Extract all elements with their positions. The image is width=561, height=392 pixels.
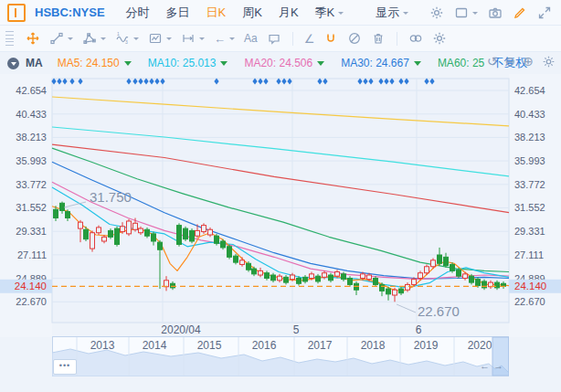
navigator-minimap[interactable]: 20132014201520162017201820192020	[52, 336, 509, 376]
candle-body	[476, 280, 481, 286]
text-tool[interactable]: Aa	[244, 32, 258, 45]
candle-body	[145, 229, 150, 236]
navigator-year-label[interactable]: 2013	[90, 339, 115, 352]
scroll-right-arrow[interactable]: →	[493, 360, 507, 371]
ma20-value[interactable]: MA20: 24.506	[244, 57, 324, 69]
y-tick-right: 33.772	[514, 179, 545, 190]
arrow-left-icon: ←	[214, 32, 226, 46]
candle-body	[450, 264, 455, 270]
main-chart-area[interactable]: 2020/045642.65442.65440.43340.43338.2133…	[0, 74, 561, 337]
chevron-down-icon	[133, 37, 139, 43]
hide-drawings-icon[interactable]	[347, 31, 362, 46]
candle-body	[152, 234, 156, 241]
candle-body	[259, 270, 263, 275]
y-tick-left: 33.772	[16, 179, 47, 190]
tab-monthly-k[interactable]: 月K	[279, 5, 299, 21]
display-menu[interactable]: 显示	[376, 5, 408, 21]
candle-body	[102, 237, 107, 241]
x-axis-label: 5	[293, 323, 300, 336]
y-tick-right: 29.331	[514, 226, 545, 237]
y-tick-left: 29.331	[16, 226, 47, 237]
move-tool-icon[interactable]	[26, 31, 40, 46]
drag-handle-icon[interactable]	[4, 29, 16, 48]
screenshot-camera-icon[interactable]	[488, 5, 503, 20]
chevron-down-icon	[199, 37, 205, 43]
candle-body	[399, 289, 404, 293]
collapse-indicator-icon[interactable]	[7, 58, 19, 69]
measure-icon	[181, 31, 196, 46]
settings-gear-icon[interactable]	[429, 5, 444, 20]
candle-body	[177, 226, 182, 245]
candle-body	[323, 273, 327, 278]
current-price-value-left: 24.140	[15, 281, 47, 291]
arrow-tool[interactable]: ←	[214, 32, 235, 46]
y-tick-right: 40.433	[514, 109, 545, 120]
measure-tool[interactable]	[181, 31, 205, 46]
ma60-value[interactable]: MA60: 25	[438, 57, 484, 69]
tab-multiday[interactable]: 多日	[166, 5, 190, 21]
angle-tool[interactable]: ∠	[304, 32, 315, 46]
ma10-value[interactable]: MA10: 25.013	[148, 57, 228, 69]
y-tick-right: 35.993	[514, 155, 545, 166]
navigator-year-label[interactable]: 2016	[252, 339, 277, 352]
candle-body	[418, 273, 423, 279]
navigator-year-label[interactable]: 2019	[414, 339, 439, 352]
tab-quarterly-k[interactable]: 季K	[315, 5, 344, 21]
tab-minute[interactable]: 分时	[126, 5, 150, 21]
candle-body	[221, 241, 226, 248]
trend-line-icon	[49, 31, 64, 46]
fullscreen-expand-icon[interactable]	[537, 5, 552, 20]
ma-group-label[interactable]: MA	[26, 57, 43, 69]
caret-down-icon	[124, 61, 132, 69]
chart-settings-gear-icon[interactable]	[541, 54, 556, 69]
candle-body	[60, 203, 65, 210]
polygon-icon	[82, 31, 97, 46]
tab-daily-k[interactable]: 日K	[206, 5, 227, 21]
timeline-navigator[interactable]: 20132014201520162017201820192020 ••• ←→	[52, 336, 509, 376]
candle-body	[310, 274, 314, 279]
zoom-in-icon[interactable]: ⊕	[523, 54, 534, 69]
magnet-snap-icon[interactable]	[323, 31, 338, 46]
y-tick-left: 42.654	[16, 85, 47, 96]
candlestick-plot[interactable]: 2020/045642.65442.65440.43340.43338.2133…	[0, 74, 561, 337]
y-tick-left: 22.670	[16, 296, 47, 307]
candle-body	[393, 290, 397, 295]
navigator-year-label[interactable]: 2020	[468, 339, 492, 352]
undo-icon[interactable]: ↺	[487, 54, 498, 69]
pattern-tool[interactable]	[148, 31, 172, 46]
chevron-down-icon	[166, 37, 172, 43]
candle-body	[406, 284, 410, 290]
trend-line-tool[interactable]	[49, 31, 73, 46]
candle-body	[240, 260, 245, 265]
divider	[397, 32, 397, 46]
candle-body	[252, 269, 257, 274]
navigator-year-label[interactable]: 2018	[361, 339, 386, 352]
candle-body	[361, 274, 365, 279]
navigator-year-label[interactable]: 2014	[143, 339, 167, 352]
more-options-button[interactable]: •••	[53, 359, 77, 375]
navigator-year-label[interactable]: 2015	[197, 339, 222, 352]
svg-text:3: 3	[125, 39, 128, 45]
wave-tool[interactable]: 13	[115, 31, 139, 46]
candle-body	[335, 272, 340, 277]
ma30-value[interactable]: MA30: 24.667	[341, 57, 421, 69]
polygon-tool[interactable]	[82, 31, 106, 46]
link-charts-icon[interactable]	[408, 31, 423, 46]
zoom-out-icon[interactable]: ⊖	[505, 54, 516, 69]
layout-selector[interactable]	[454, 5, 478, 20]
scroll-left-arrow[interactable]: ←	[480, 360, 493, 371]
y-tick-right: 38.213	[514, 132, 545, 143]
comment-bubble-icon[interactable]	[267, 31, 281, 46]
draw-pencil-icon[interactable]	[513, 5, 527, 20]
candle-body	[342, 274, 346, 280]
trash-icon[interactable]	[371, 31, 386, 46]
ma5-value[interactable]: MA5: 24.150	[58, 57, 132, 69]
y-tick-right: 31.552	[514, 202, 545, 213]
candle-body	[171, 283, 175, 288]
tab-weekly-k[interactable]: 周K	[242, 5, 262, 21]
symbol-label[interactable]: HSBC:NYSE	[35, 5, 105, 19]
navigator-year-label[interactable]: 2017	[308, 339, 333, 352]
candle-body	[215, 236, 219, 243]
toolbar-settings-gear-icon[interactable]	[432, 31, 447, 46]
candle-body	[208, 229, 213, 235]
